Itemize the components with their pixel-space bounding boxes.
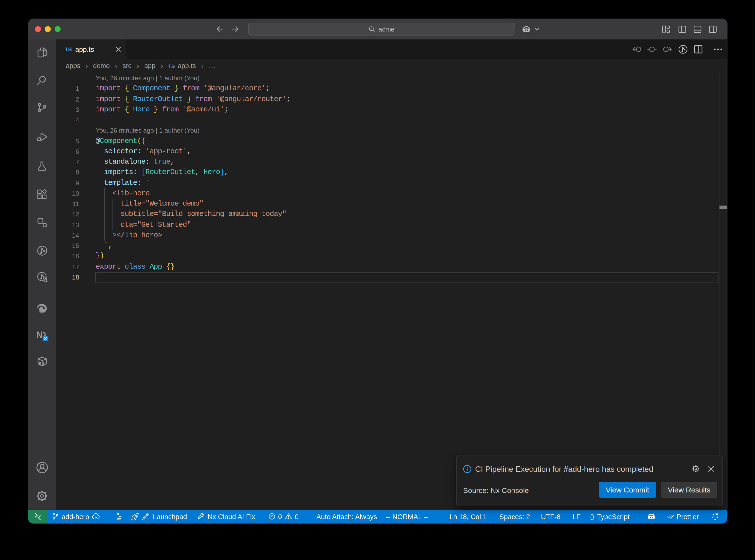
svg-text:2: 2 bbox=[44, 335, 47, 341]
svg-text:N: N bbox=[36, 329, 43, 340]
